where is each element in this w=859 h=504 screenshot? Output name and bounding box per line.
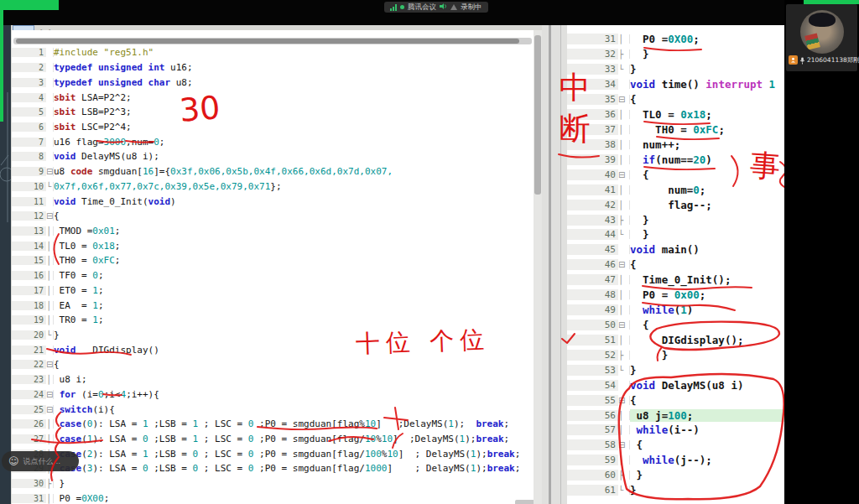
code-editor-right[interactable]: 31│ P0 =0X00;32├ }33└}34 void time() int… (567, 25, 784, 504)
code-line-49[interactable]: 49│ while(1) (567, 303, 784, 318)
recording-icon (450, 4, 457, 10)
code-line-16[interactable]: 16│ TF0 = 0; (12, 268, 534, 283)
code-text: { (54, 210, 534, 221)
code-line-38[interactable]: 38│ num++; (567, 137, 784, 152)
code-line-30[interactable]: 30├ } (12, 476, 534, 491)
code-line-33[interactable]: 33└} (567, 62, 784, 77)
code-line-10[interactable]: 10└0x7f,0x6f,0x77,0x7c,0x39,0x5e,0x79,0x… (12, 179, 534, 194)
line-number: 21 (12, 346, 46, 355)
code-line-21[interactable]: 21 void DIGdisplay() (12, 342, 534, 357)
scrollbar-thumb[interactable] (534, 35, 541, 195)
code-line-31[interactable]: 31│ P0 =0X00; (12, 491, 534, 504)
code-text: EA = 1; (54, 300, 534, 311)
code-line-50[interactable]: 50⊟ { (567, 318, 784, 333)
code-line-52[interactable]: 52├ } (567, 347, 784, 362)
line-number: 25 (12, 405, 46, 414)
code-line-28[interactable]: 28│ case(2): LSA = 1 ;LSB = 0 ; LSC = 0 … (12, 446, 534, 461)
code-line-27[interactable]: 27│ case(1): LSA = 0 ;LSB = 1 ; LSC = 0 … (12, 432, 534, 447)
code-line-20[interactable]: 20└} (12, 328, 534, 343)
fold-marker (46, 138, 54, 147)
code-line-55[interactable]: 55⊟{ (567, 392, 784, 408)
code-line-54[interactable]: 54 void DelayMS(u8 i) (567, 377, 784, 392)
code-line-29[interactable]: 29│ case(3): LSA = 0 ;LSB = 0 ; LSC = 0 … (12, 461, 534, 476)
code-line-41[interactable]: 41│ num=0; (567, 182, 784, 197)
code-line-61[interactable]: 61└} (567, 483, 784, 498)
scrollbar-thumb[interactable] (16, 39, 519, 44)
code-line-12[interactable]: 12⊟{ (12, 209, 534, 224)
fold-marker[interactable]: ⊟ (618, 440, 630, 449)
code-line-3[interactable]: 3 typedef unsigned char u8; (12, 75, 534, 90)
meeting-status-pill[interactable]: 腾讯会议 录制中 (384, 2, 488, 13)
fold-marker[interactable]: ⊟ (46, 211, 54, 221)
emoji-smiley-icon[interactable]: ☺ (8, 456, 19, 466)
code-line-44[interactable]: 44└ } (567, 227, 784, 242)
chat-input-pill[interactable]: ☺ 说点什么... (2, 451, 79, 471)
fold-marker[interactable]: ⊟ (618, 396, 630, 405)
code-line-51[interactable]: 51│ DIGdisplay(); (567, 332, 784, 347)
code-line-42[interactable]: 42│ flag--; (567, 197, 784, 212)
code-text: } (630, 469, 784, 481)
code-line-13[interactable]: 13│ TMOD =0x01; (12, 224, 534, 239)
code-line-34[interactable]: 34 void time() interrupt 1 (567, 77, 784, 92)
code-line-4[interactable]: 4 sbit LSA=P2^2; (12, 90, 534, 105)
line-number: 9 (12, 167, 46, 176)
code-line-8[interactable]: 8 void DelayMS(u8 i); (12, 149, 534, 164)
fold-marker[interactable]: ⊟ (46, 390, 54, 399)
code-text: } (630, 63, 784, 75)
code-line-45[interactable]: 45 void main() (567, 242, 784, 257)
fold-marker[interactable]: ⊟ (46, 360, 54, 369)
code-line-1[interactable]: 1 #include "reg51.h" (12, 45, 534, 60)
code-line-40[interactable]: 40⊟ { (567, 167, 784, 182)
code-editor-left[interactable]: 1 #include "reg51.h"2 typedef unsigned i… (12, 30, 534, 504)
participant-video-tile[interactable]: 2106041138郑刚 (786, 4, 857, 71)
code-line-11[interactable]: 11 void Time_0_Init(void) (12, 194, 534, 209)
code-text: } (630, 48, 784, 60)
code-line-58[interactable]: 58⊟ { (567, 438, 784, 453)
code-line-60[interactable]: 60├ } (567, 468, 784, 483)
fold-marker[interactable]: ⊟ (618, 95, 630, 104)
code-line-48[interactable]: 48│ P0 = 0x00; (567, 288, 784, 303)
scrollbar-corner[interactable] (515, 500, 534, 504)
code-line-59[interactable]: 59│ while(j--); (567, 453, 784, 468)
vertical-scrollbar-left[interactable] (534, 30, 542, 504)
code-line-37[interactable]: 37│ TH0 = 0xFC; (567, 122, 784, 138)
fold-marker[interactable]: ⊟ (618, 320, 630, 330)
code-line-23[interactable]: 23│ u8 i; (12, 372, 534, 387)
code-line-5[interactable]: 5 sbit LSB=P2^3; (12, 105, 534, 120)
code-line-6[interactable]: 6 sbit LSC=P2^4; (12, 120, 534, 135)
code-line-39[interactable]: 39│ if(num==20) (567, 152, 784, 167)
code-line-36[interactable]: 36│ TL0 = 0x18; (567, 107, 784, 122)
panel-splitter[interactable] (542, 25, 567, 504)
code-line-35[interactable]: 35⊟{ (567, 92, 784, 107)
code-line-24[interactable]: 24⊟ for (i=0;i<4;i++){ (12, 387, 534, 403)
code-line-9[interactable]: 9⊟u8 code smgduan[16]={0x3f,0x06,0x5b,0x… (12, 164, 534, 179)
code-text: TH0 = 0xFC; (54, 255, 534, 266)
code-line-53[interactable]: 53└} (567, 362, 784, 377)
code-text: typedef unsigned char u8; (54, 77, 534, 88)
code-line-14[interactable]: 14│ TL0 = 0x18; (12, 238, 534, 253)
fold-marker: │ (46, 242, 54, 251)
code-line-15[interactable]: 15│ TH0 = 0xFC; (12, 253, 534, 268)
recording-label: 录制中 (461, 3, 482, 13)
fold-marker[interactable]: ⊟ (46, 167, 54, 176)
fold-marker[interactable]: ⊟ (618, 260, 630, 269)
fold-marker[interactable]: ⊟ (618, 170, 630, 179)
code-line-43[interactable]: 43├ } (567, 212, 784, 227)
code-line-19[interactable]: 19│ TR0 = 1; (12, 313, 534, 328)
horizontal-scrollbar[interactable] (13, 38, 532, 44)
fold-marker[interactable]: ⊟ (46, 405, 54, 414)
code-line-25[interactable]: 25⊟ switch(i){ (12, 402, 534, 417)
code-line-47[interactable]: 47│ Time_0_Init(); (567, 273, 784, 288)
code-line-56[interactable]: 56│ u8 j=100; (567, 408, 784, 423)
code-line-7[interactable]: 7 u16 flag=3000,num=0; (12, 134, 534, 149)
code-line-31[interactable]: 31│ P0 =0X00; (567, 32, 784, 47)
code-line-46[interactable]: 46⊟{ (567, 257, 784, 273)
code-line-32[interactable]: 32├ } (567, 47, 784, 62)
code-line-17[interactable]: 17│ ET0 = 1; (12, 283, 534, 299)
code-line-18[interactable]: 18│ EA = 1; (12, 298, 534, 313)
code-line-2[interactable]: 2 typedef unsigned int u16; (12, 60, 534, 75)
code-line-22[interactable]: 22⊟{ (12, 357, 534, 372)
code-text: { (630, 258, 784, 271)
code-line-26[interactable]: 26│ case(0): LSA = 1 ;LSB = 1 ; LSC = 0 … (12, 417, 534, 432)
code-line-57[interactable]: 57│ while(i--) (567, 423, 784, 438)
